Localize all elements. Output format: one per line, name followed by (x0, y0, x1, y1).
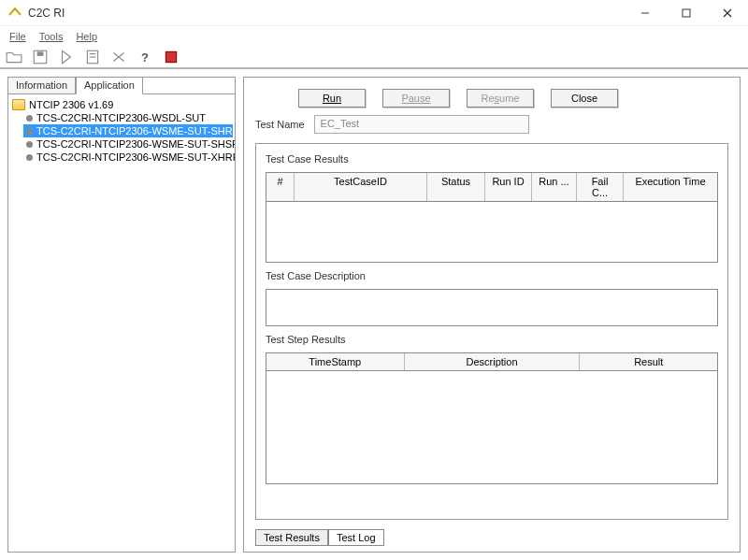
step-results-header: TimeStamp Description Result (266, 353, 717, 371)
svg-rect-5 (37, 51, 44, 56)
tree-item-2[interactable]: TCS-C2CRI-NTCIP2306-WSME-SUT-SHSP-OC (23, 137, 233, 151)
case-results-title: Test Case Results (266, 153, 718, 165)
minimize-button[interactable] (625, 0, 666, 25)
tab-application[interactable]: Application (76, 77, 143, 94)
bullet-icon (26, 141, 33, 148)
col-result[interactable]: Result (580, 353, 717, 370)
close-action-button[interactable]: Close (551, 89, 618, 108)
case-desc-title: Test Case Description (266, 270, 718, 281)
menu-help[interactable]: Help (70, 28, 103, 45)
tree-view: NTCIP 2306 v1.69 TCS-C2CRI-NTCIP2306-WSD… (8, 93, 235, 552)
tree-item-label: TCS-C2CRI-NTCIP2306-WSME-SUT-XHRR-OC (36, 151, 235, 163)
col-timestamp[interactable]: TimeStamp (266, 353, 405, 370)
col-exectime[interactable]: Execution Time (624, 173, 717, 201)
folder-open-icon[interactable] (6, 49, 22, 65)
tree-item-label: TCS-C2CRI-NTCIP2306-WSME-SUT-SHRR-OC (36, 125, 235, 136)
col-runid[interactable]: Run ID (485, 173, 532, 201)
tree-item-1[interactable]: TCS-C2CRI-NTCIP2306-WSME-SUT-SHRR-OC (23, 124, 233, 137)
tab-information[interactable]: Information (7, 77, 76, 94)
run-button[interactable]: Run (298, 89, 366, 108)
col-status[interactable]: Status (427, 173, 485, 201)
col-testcaseid[interactable]: TestCaseID (295, 173, 427, 201)
bullet-icon (26, 128, 33, 135)
tree-item-label: TCS-C2CRI-NTCIP2306-WSME-SUT-SHSP-OC (36, 138, 235, 150)
menu-tools[interactable]: Tools (34, 28, 69, 45)
bullet-icon (26, 115, 33, 122)
tree-item-3[interactable]: TCS-C2CRI-NTCIP2306-WSME-SUT-XHRR-OC (23, 151, 233, 164)
svg-rect-1 (683, 9, 690, 17)
document-icon[interactable] (84, 49, 101, 65)
pause-button[interactable]: Pause (382, 89, 450, 108)
window-title: C2C RI (28, 7, 65, 20)
tab-test-results[interactable]: Test Results (255, 529, 328, 546)
col-run[interactable]: Run ... (532, 173, 577, 201)
main-area: Information Application NTCIP 2306 v1.69… (0, 69, 748, 560)
test-name-row: Test Name EC_Test (255, 115, 728, 134)
title-bar: C2C RI (0, 0, 748, 26)
tree-root-label: NTCIP 2306 v1.69 (29, 99, 113, 110)
results-area: Test Case Results # TestCaseID Status Ru… (255, 143, 728, 520)
case-results-header: # TestCaseID Status Run ID Run ... Fail … (266, 173, 717, 202)
left-panel: Information Application NTCIP 2306 v1.69… (7, 77, 236, 553)
left-tabs: Information Application (7, 77, 235, 94)
bullet-icon (26, 154, 33, 161)
app-icon (7, 6, 22, 21)
case-results-table: # TestCaseID Status Run ID Run ... Fail … (266, 172, 718, 263)
save-icon[interactable] (32, 49, 49, 65)
step-results-title: Test Step Results (266, 334, 718, 345)
test-name-input[interactable]: EC_Test (314, 115, 529, 134)
tree-root[interactable]: NTCIP 2306 v1.69 (10, 98, 233, 111)
menu-file[interactable]: File (4, 28, 32, 45)
run-icon[interactable] (58, 49, 75, 65)
tool-bar: ? (0, 47, 748, 69)
step-results-table: TimeStamp Description Result (266, 352, 718, 484)
bottom-tabs: Test Results Test Log (255, 529, 384, 546)
bottom-tabs-wrap: Test Results Test Log (255, 525, 728, 546)
right-panel: Run Pause Resume Close Test Name EC_Test… (243, 77, 741, 553)
step-results-body (266, 371, 717, 483)
stop-icon[interactable] (163, 49, 180, 65)
close-button[interactable] (707, 0, 748, 25)
menu-bar: File Tools Help (0, 26, 748, 47)
folder-icon (12, 99, 25, 110)
maximize-button[interactable] (666, 0, 707, 25)
action-button-row: Run Pause Resume Close (255, 85, 728, 115)
settings-icon[interactable] (110, 49, 127, 65)
svg-rect-9 (165, 51, 176, 62)
col-failc[interactable]: Fail C... (577, 173, 624, 201)
test-name-label: Test Name (255, 119, 305, 130)
col-num[interactable]: # (266, 173, 295, 201)
help-icon[interactable]: ? (137, 49, 153, 65)
tab-test-log[interactable]: Test Log (328, 529, 384, 546)
tree-item-label: TCS-C2CRI-NTCIP2306-WSDL-SUT (36, 112, 206, 123)
resume-button[interactable]: Resume (467, 89, 534, 108)
tree-item-0[interactable]: TCS-C2CRI-NTCIP2306-WSDL-SUT (23, 111, 233, 124)
case-results-body (266, 202, 717, 262)
col-description[interactable]: Description (405, 353, 581, 370)
case-desc-box (266, 289, 718, 326)
